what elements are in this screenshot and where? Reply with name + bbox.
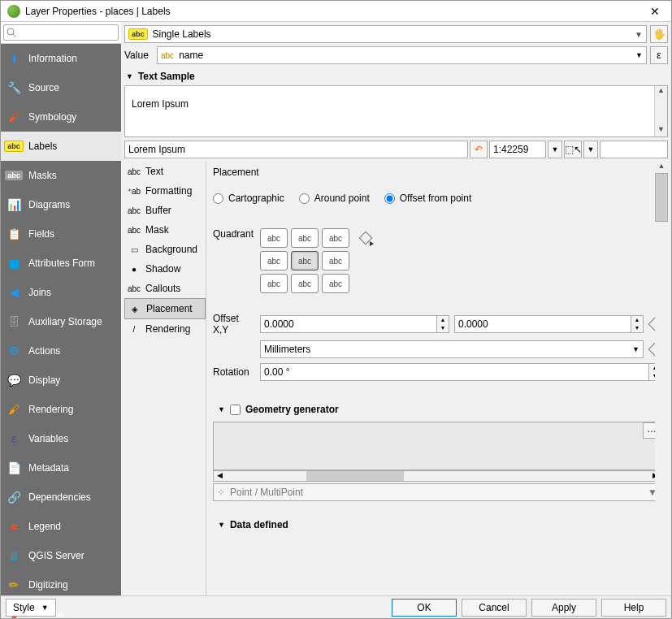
radio-offset-from-point[interactable]: Offset from point (384, 193, 471, 204)
reset-sample-button[interactable]: ↶ (470, 141, 488, 158)
sidebar-item-display[interactable]: 💬Display (1, 366, 121, 395)
sidebar-item-symbology[interactable]: 🖌Symbology (1, 102, 121, 132)
label-settings-button[interactable]: 🖐 (650, 25, 668, 43)
masks-icon: abc (6, 167, 22, 184)
quadrant-tc[interactable]: abc (291, 228, 319, 248)
sidebar-item-variables[interactable]: εVariables (1, 424, 121, 453)
text-sample-header[interactable]: ▼ Text Sample (121, 67, 671, 85)
offset-label: Offset X,Y (213, 313, 255, 335)
tab-text[interactable]: abcText (124, 162, 206, 181)
sidebar-item-diagrams[interactable]: 📊Diagrams (1, 190, 121, 219)
title-bar: Layer Properties - places | Labels ✕ (1, 1, 671, 22)
tab-background[interactable]: ▭Background (124, 240, 206, 259)
chevron-down-icon: ▼ (635, 51, 643, 59)
quadrant-bl[interactable]: abc (260, 274, 288, 293)
sample-scrollbar[interactable]: ▲▼ (654, 86, 667, 136)
scale-dropdown[interactable]: ▼ (548, 141, 562, 158)
tab-formatting[interactable]: ⁺abFormatting (124, 181, 206, 201)
symbology-icon: 🖌 (6, 109, 22, 125)
offset-y-input[interactable] (454, 315, 631, 333)
panel-scrollbar[interactable]: ▲ (655, 162, 668, 595)
geometry-expression-area[interactable]: … (213, 422, 661, 470)
rotation-label: Rotation (213, 366, 255, 378)
sidebar-item-labels[interactable]: abcLabels (1, 132, 121, 161)
style-menu-button[interactable]: Style▼ (6, 599, 56, 617)
quadrant-ml[interactable]: abc (260, 251, 288, 271)
sidebar-item-auxiliary-storage[interactable]: 🗄Auxiliary Storage (1, 307, 121, 336)
ok-button[interactable]: OK (392, 599, 457, 617)
placement-icon: ◈ (128, 302, 141, 315)
sidebar-item-legend[interactable]: ≡Legend (1, 512, 121, 541)
sample-text-input[interactable] (124, 141, 468, 158)
background-color-button[interactable] (600, 141, 668, 158)
mask-icon: abc (128, 223, 141, 236)
value-label: Value (124, 50, 154, 61)
variables-icon: ε (6, 431, 22, 447)
tab-rendering[interactable]: /Rendering (124, 319, 206, 339)
legend-icon: ≡ (6, 518, 22, 535)
sidebar-item-masks[interactable]: abcMasks (1, 161, 121, 190)
label-mode-combo[interactable]: abc Single Labels ▼ (124, 25, 647, 43)
geometry-type-combo[interactable]: ⁘ Point / MultiPoint ▼ (213, 483, 661, 501)
sidebar-item-qgis-server[interactable]: 🖥QGIS Server (1, 541, 121, 570)
quadrant-label: Quadrant (213, 228, 255, 240)
close-icon[interactable]: ✕ (645, 5, 665, 18)
tab-callouts[interactable]: abcCallouts (124, 279, 206, 298)
sidebar: ℹInformation🔧Source🖌SymbologyabcLabelsab… (1, 22, 121, 595)
shadow-icon: ● (128, 262, 141, 275)
text-icon: abc (128, 165, 141, 178)
text-sample-preview: Lorem Ipsum ▲▼ (124, 85, 668, 137)
rendering-icon: 🖌 (6, 401, 22, 418)
offset-x-input[interactable] (260, 315, 437, 333)
abc-icon: abc (128, 28, 148, 40)
cancel-button[interactable]: Cancel (462, 599, 527, 617)
help-button[interactable]: Help (601, 599, 666, 617)
display-icon: 💬 (6, 372, 22, 388)
sidebar-item-actions[interactable]: ⚙Actions (1, 336, 121, 366)
identify-button[interactable]: ⬚↖ (564, 141, 582, 158)
quadrant-tl[interactable]: abc (260, 228, 288, 248)
tab-shadow[interactable]: ●Shadow (124, 259, 206, 279)
search-input[interactable] (3, 24, 119, 41)
rotation-input[interactable] (260, 363, 649, 381)
geometry-generator-header[interactable]: ▼ Geometry generator (213, 400, 661, 418)
main-panel: abc Single Labels ▼ 🖐 Value abc name ▼ ε… (121, 22, 671, 595)
sidebar-item-attributes-form[interactable]: ▦Attributes Form (1, 249, 121, 278)
quadrant-override-icon[interactable] (359, 232, 372, 245)
scale-input[interactable]: 1:42259 (489, 141, 546, 158)
callouts-icon: abc (128, 282, 141, 295)
expression-button[interactable]: ε (650, 46, 668, 64)
tab-mask[interactable]: abcMask (124, 220, 206, 240)
tab-buffer[interactable]: abcBuffer (124, 201, 206, 220)
geometry-generator-checkbox[interactable] (230, 405, 241, 415)
placement-panel: Placement Cartographic Around point Offs… (206, 162, 668, 595)
information-icon: ℹ (6, 50, 22, 67)
geom-hscrollbar[interactable]: ◀▶ (213, 470, 661, 482)
sidebar-item-dependencies[interactable]: 🔗Dependencies (1, 483, 121, 512)
radio-around-point[interactable]: Around point (299, 193, 370, 204)
radio-cartographic[interactable]: Cartographic (213, 193, 284, 204)
offset-units-combo[interactable]: Millimeters▼ (260, 340, 644, 358)
sidebar-item-source[interactable]: 🔧Source (1, 73, 121, 102)
value-combo[interactable]: abc name ▼ (157, 46, 647, 64)
apply-button[interactable]: Apply (531, 599, 596, 617)
dependencies-icon: 🔗 (6, 489, 22, 505)
identify-dropdown[interactable]: ▼ (583, 141, 598, 158)
chevron-down-icon: ▼ (635, 30, 643, 39)
quadrant-mr[interactable]: abc (322, 251, 349, 271)
sidebar-item-metadata[interactable]: 📄Metadata (1, 453, 121, 483)
tab-placement[interactable]: ◈Placement (124, 298, 206, 319)
sidebar-item-rendering[interactable]: 🖌Rendering (1, 395, 121, 424)
auxiliary-storage-icon: 🗄 (6, 314, 22, 330)
sidebar-item-joins[interactable]: ◀Joins (1, 278, 121, 307)
sidebar-item-fields[interactable]: 📋Fields (1, 219, 121, 249)
quadrant-bc[interactable]: abc (291, 274, 319, 293)
sidebar-item-digitizing[interactable]: ✏Digitizing (1, 570, 121, 600)
quadrant-br[interactable]: abc (322, 274, 349, 293)
quadrant-tr[interactable]: abc (322, 228, 349, 248)
data-defined-header[interactable]: ▼ Data defined (213, 516, 661, 534)
collapse-icon: ▼ (218, 405, 225, 413)
attributes-form-icon: ▦ (6, 255, 22, 271)
sidebar-item-information[interactable]: ℹInformation (1, 44, 121, 73)
quadrant-mc[interactable]: abc (291, 251, 319, 271)
